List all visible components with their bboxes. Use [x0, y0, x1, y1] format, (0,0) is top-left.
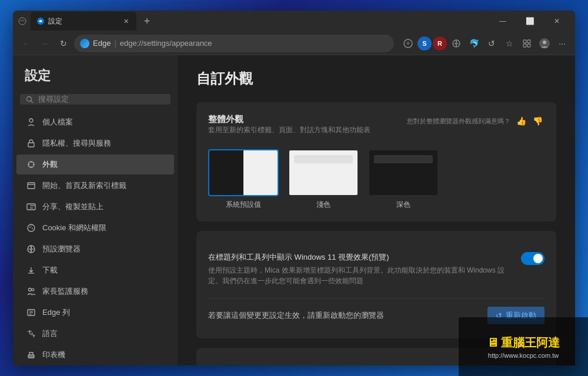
overall-feedback-area: 您對於整體瀏覽器外觀感到滿意嗎？ 👍 👎	[407, 114, 544, 128]
svg-rect-31	[29, 356, 34, 357]
edge-logo-icon	[80, 39, 89, 48]
sidebar-item-label: Edge 列	[42, 307, 70, 318]
theme-card-light[interactable]: 淺色	[288, 149, 359, 210]
toolbar-icon-more[interactable]: ···	[554, 35, 570, 52]
thumbs-up-icon[interactable]: 👍	[514, 114, 528, 128]
svg-rect-16	[28, 183, 35, 189]
tab-favicon	[36, 17, 45, 25]
divider-1	[208, 298, 544, 298]
sidebar-item-downloads[interactable]: 下載	[16, 260, 174, 280]
sidebar-item-language[interactable]: 語言	[16, 324, 174, 344]
close-button[interactable]: ✕	[543, 11, 570, 32]
refresh-button[interactable]: ↻	[55, 35, 72, 52]
mica-toggle-switch[interactable]	[521, 252, 544, 265]
theme-card-dark-label: 深色	[396, 200, 410, 210]
sidebar-item-profile[interactable]: 個人檔案	[16, 112, 174, 132]
sidebar-item-printer[interactable]: 印表機	[16, 345, 174, 365]
share-icon	[26, 202, 36, 212]
svg-rect-14	[28, 143, 34, 147]
toolbar-icon-profile[interactable]	[536, 35, 553, 52]
svg-line-12	[31, 100, 34, 103]
watermark: 🖥 重腦王阿達 http://www.kocpc.com.tw	[459, 317, 588, 376]
sidebar-item-label: 預設瀏覽器	[42, 244, 81, 254]
brand-name: Edge	[93, 39, 111, 48]
sidebar-item-label: 分享、複製並貼上	[42, 202, 103, 212]
sidebar-item-privacy[interactable]: 隱私權、搜尋與服務	[16, 133, 174, 153]
toolbar-icon-r[interactable]: R	[433, 36, 447, 51]
watermark-icon: 🖥	[487, 336, 499, 350]
edge-list-icon	[26, 307, 36, 318]
appearance-icon	[26, 159, 36, 170]
address-bar[interactable]: Edge | edge://settings/appearance	[74, 35, 394, 52]
sidebar-item-edge-list[interactable]: Edge 列	[16, 303, 174, 323]
overall-section-title: 整體外觀	[208, 114, 370, 125]
tab-close-button[interactable]: ✕	[121, 16, 131, 26]
forward-button[interactable]: →	[36, 35, 53, 52]
svg-point-22	[31, 226, 32, 227]
tab-title: 設定	[48, 16, 62, 26]
svg-point-21	[32, 228, 33, 229]
cookies-icon	[26, 223, 36, 233]
search-icon	[26, 96, 34, 103]
sidebar-item-family[interactable]: 家長監護服務	[16, 281, 174, 301]
sidebar-item-default-browser[interactable]: 預設瀏覽器	[16, 239, 174, 259]
back-button[interactable]: ←	[18, 35, 34, 52]
toolbar-icon-web[interactable]	[448, 35, 465, 52]
watermark-url: http://www.kocpc.com.tw	[488, 352, 559, 359]
theme-card-dark[interactable]: 深色	[368, 149, 439, 210]
sidebar-item-label: 下載	[42, 265, 58, 276]
sidebar-item-label: 外觀	[42, 159, 58, 170]
toolbar-icons: + S R 🐬 ↺ ☆ ···	[400, 35, 570, 52]
theme-card-system[interactable]: 系統預設值	[208, 149, 279, 210]
sidebar-item-share[interactable]: 分享、複製並貼上	[16, 197, 174, 217]
toolbar-icon-dolphin[interactable]: 🐬	[466, 35, 482, 52]
svg-rect-6	[527, 40, 530, 43]
sidebar: 設定 搜尋設定 個人檔案	[13, 55, 178, 365]
new-tab-button[interactable]: +	[139, 13, 155, 29]
toolbar-icon-add[interactable]: +	[400, 35, 416, 52]
tab-area: 設定 ✕ +	[18, 11, 489, 32]
navigation-bar: ← → ↻ Edge | edge://settings/appearance …	[13, 32, 575, 55]
privacy-icon	[26, 138, 36, 149]
printer-icon	[26, 350, 36, 360]
toolbar-icon-history[interactable]: ↺	[483, 35, 500, 52]
svg-point-24	[29, 288, 32, 291]
active-tab[interactable]: 設定 ✕	[31, 12, 136, 31]
overall-feedback-label: 您對於整體瀏覽器外觀感到滿意嗎？	[407, 117, 510, 126]
svg-rect-7	[523, 44, 526, 47]
sidebar-item-label: 印表機	[42, 350, 65, 360]
default-browser-icon	[26, 244, 36, 254]
language-icon	[26, 328, 36, 339]
browser-window: 設定 ✕ + — ⬜ ✕ ← → ↻ Edge | edge://setting…	[13, 11, 575, 365]
sidebar-item-startup[interactable]: 開始、首頁及新索引標籤	[16, 176, 174, 196]
toolbar-icon-s[interactable]: S	[417, 36, 432, 51]
address-path: edge://settings/appearance	[120, 39, 212, 48]
theme-card-system-label: 系統預設值	[226, 200, 261, 210]
startup-icon	[26, 180, 36, 191]
toolbar-icon-collections[interactable]	[519, 35, 535, 52]
theme-card-light-img	[288, 149, 359, 196]
sidebar-title: 設定	[13, 60, 178, 94]
sidebar-item-label: 個人檔案	[42, 117, 73, 127]
svg-point-20	[29, 227, 31, 228]
sidebar-item-appearance[interactable]: 外觀	[16, 155, 174, 174]
svg-point-19	[28, 224, 35, 231]
mica-toggle-row: 在標題列和工具列中顯示 Windows 11 視覺效果(預覽) 使用預設主題時，…	[208, 243, 544, 296]
svg-rect-5	[523, 40, 526, 43]
sidebar-item-cookies[interactable]: Cookie 和網站權限	[16, 218, 174, 238]
theme-card-system-img	[208, 149, 279, 196]
search-placeholder: 搜尋設定	[38, 94, 69, 105]
toolbar-icon-favorite[interactable]: ☆	[501, 35, 517, 52]
sidebar-item-label: Cookie 和網站權限	[42, 223, 106, 233]
theme-card-light-label: 淺色	[316, 200, 330, 210]
thumbs-down-icon[interactable]: 👎	[530, 114, 544, 128]
minimize-button[interactable]: —	[489, 11, 516, 32]
svg-point-10	[543, 41, 546, 44]
feedback-icons: 👍 👎	[514, 114, 544, 128]
sidebar-search[interactable]: 搜尋設定	[20, 94, 171, 105]
sidebar-item-label: 開始、首頁及新索引標籤	[42, 180, 126, 191]
mica-toggle-title: 在標題列和工具列中顯示 Windows 11 視覺效果(預覽)	[208, 252, 512, 263]
svg-point-13	[29, 119, 33, 122]
sidebar-item-label: 隱私權、搜尋與服務	[42, 138, 111, 149]
maximize-button[interactable]: ⬜	[516, 11, 543, 32]
